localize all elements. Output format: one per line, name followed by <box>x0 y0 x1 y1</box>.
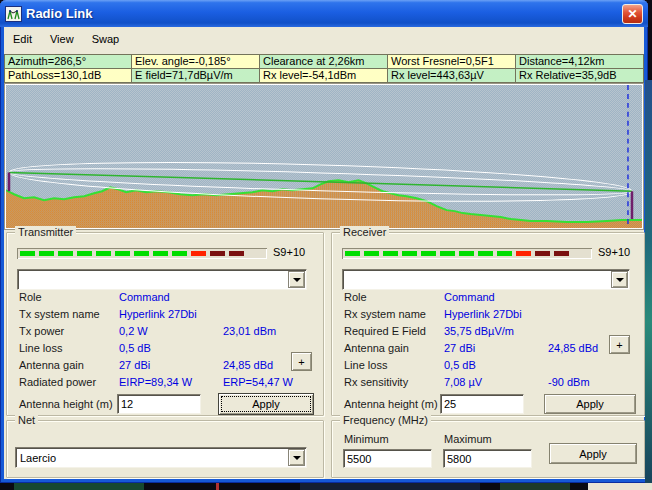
tx-line-loss-label: Line loss <box>19 342 119 359</box>
net-combobox[interactable]: Laercio <box>15 447 307 468</box>
transmitter-group: Transmitter S9+10 RoleCommand Tx system … <box>6 232 324 416</box>
tx-antenna-height-input[interactable] <box>117 394 201 414</box>
transmitter-group-label: Transmitter <box>15 226 76 239</box>
tx-power-watts: 0,2 W <box>119 325 223 342</box>
tx-signal-meter-label: S9+10 <box>273 246 305 258</box>
tx-combo-dropdown-button[interactable] <box>288 271 305 288</box>
rx-apply-button[interactable]: Apply <box>544 394 636 414</box>
rx-signal-meter-label: S9+10 <box>598 246 630 258</box>
status-worst-fresnel: Worst Fresnel=0,5F1 <box>387 54 516 69</box>
link-status-bar: Azimuth=286,5° Elev. angle=-0,185° Clear… <box>4 54 644 82</box>
frequency-maximum-input[interactable] <box>443 449 532 468</box>
tx-role-label: Role <box>19 291 119 308</box>
tx-antenna-gain-label: Antenna gain <box>19 359 119 376</box>
rx-sensitivity-uv: 7,08 µV <box>444 376 548 393</box>
tx-antenna-gain-plus-button[interactable]: + <box>291 352 312 371</box>
rx-antenna-gain-label: Antenna gain <box>344 342 444 359</box>
rx-sensitivity-dbm: -90 dBm <box>548 376 636 393</box>
status-rx-relative: Rx Relative=35,9dB <box>515 68 644 83</box>
tx-role-value: Command <box>119 291 223 308</box>
profile-panel <box>4 83 644 230</box>
wallpaper-patch <box>300 483 480 490</box>
net-group: Net Laercio <box>6 420 324 478</box>
rx-parameter-rows: RoleCommand Rx system nameHyperlink 27Db… <box>344 291 636 393</box>
tx-eirp-value: EIRP=89,34 W <box>119 376 223 393</box>
rx-antenna-gain-dbi: 27 dBi <box>444 342 548 359</box>
rx-signal-meter <box>342 248 592 259</box>
rx-role-value: Command <box>444 291 548 308</box>
profile-svg <box>6 85 642 228</box>
wallpaper-patch <box>216 483 219 490</box>
status-elev-angle: Elev. angle=-0,185° <box>131 54 260 69</box>
frequency-group-label: Frequency (MHz) <box>340 414 431 427</box>
chevron-down-icon <box>293 456 301 460</box>
rx-antenna-height-label: Antenna height (m) <box>344 398 438 410</box>
close-icon: ✕ <box>627 7 637 21</box>
desktop-wallpaper-bottom <box>0 483 652 490</box>
chevron-down-icon <box>293 278 301 282</box>
title-bar[interactable]: Radio Link ✕ <box>0 0 648 27</box>
status-azimuth: Azimuth=286,5° <box>4 54 132 69</box>
status-rx-level-uv: Rx level=443,63µV <box>387 68 516 83</box>
menu-edit[interactable]: Edit <box>4 31 41 47</box>
tx-power-label: Tx power <box>19 325 119 342</box>
status-clearance: Clearance at 2,26km <box>259 54 388 69</box>
rx-sensitivity-label: Rx sensitivity <box>344 376 444 393</box>
rx-system-name-value: Hyperlink 27Dbi <box>444 308 548 325</box>
frequency-maximum-label: Maximum <box>444 433 492 445</box>
tx-unit-combobox[interactable] <box>17 269 307 290</box>
rx-required-e-field-label: Required E Field <box>344 325 444 342</box>
close-button[interactable]: ✕ <box>622 4 643 24</box>
rx-antenna-height-input[interactable] <box>440 394 524 414</box>
net-combo-dropdown-button[interactable] <box>288 449 305 466</box>
status-distance: Distance=4,12km <box>515 54 644 69</box>
frequency-apply-button[interactable]: Apply <box>549 443 637 464</box>
wallpaper-patch <box>14 483 144 490</box>
rx-combo-dropdown-button[interactable] <box>611 271 628 288</box>
rx-system-name-label: Rx system name <box>344 308 444 325</box>
tx-system-name-value: Hyperlink 27Dbi <box>119 308 223 325</box>
frequency-minimum-label: Minimum <box>344 433 389 445</box>
rx-antenna-gain-plus-button[interactable]: + <box>609 335 630 354</box>
rx-role-label: Role <box>344 291 444 308</box>
frequency-group: Frequency (MHz) Minimum Maximum Apply <box>331 420 645 478</box>
radio-link-window: Radio Link ✕ Edit View Swap Azimuth=286,… <box>0 0 648 483</box>
status-rx-level-dbm: Rx level=-54,1dBm <box>259 68 388 83</box>
tx-erp-value: ERP=54,47 W <box>223 376 315 393</box>
tx-signal-meter <box>17 248 267 259</box>
net-group-label: Net <box>15 414 38 427</box>
terrain-profile-chart[interactable] <box>6 85 642 228</box>
receiver-group-label: Receiver <box>340 226 389 239</box>
tx-radiated-power-label: Radiated power <box>19 376 119 393</box>
tx-parameter-rows: RoleCommand Tx system nameHyperlink 27Db… <box>19 291 315 393</box>
tx-apply-button[interactable]: Apply <box>218 393 314 415</box>
rx-line-loss-label: Line loss <box>344 359 444 376</box>
menu-view[interactable]: View <box>41 31 83 47</box>
radio-towers-icon <box>5 6 22 22</box>
menu-bar: Edit View Swap <box>4 28 128 49</box>
net-combobox-value: Laercio <box>16 452 288 464</box>
wallpaper-patch <box>500 483 570 490</box>
tx-antenna-gain-dbi: 27 dBi <box>119 359 223 376</box>
menu-swap[interactable]: Swap <box>83 31 129 47</box>
rx-unit-combobox[interactable] <box>342 269 630 290</box>
frequency-minimum-input[interactable] <box>343 449 432 468</box>
window-title: Radio Link <box>26 6 92 21</box>
taskbar-fragment <box>588 483 652 490</box>
status-e-field: E field=71,7dBµV/m <box>131 68 260 83</box>
tx-system-name-label: Tx system name <box>19 308 119 325</box>
tx-antenna-height-label: Antenna height (m) <box>19 398 113 410</box>
rx-required-e-field-value: 35,75 dBµV/m <box>444 325 548 342</box>
chevron-down-icon <box>616 278 624 282</box>
tx-line-loss-value: 0,5 dB <box>119 342 223 359</box>
status-pathloss: PathLoss=130,1dB <box>4 68 132 83</box>
receiver-group: Receiver S9+10 RoleCommand Rx system nam… <box>331 232 645 416</box>
rx-line-loss-value: 0,5 dB <box>444 359 548 376</box>
tx-power-dbm: 23,01 dBm <box>223 325 315 342</box>
desktop-wallpaper-right <box>645 80 652 483</box>
